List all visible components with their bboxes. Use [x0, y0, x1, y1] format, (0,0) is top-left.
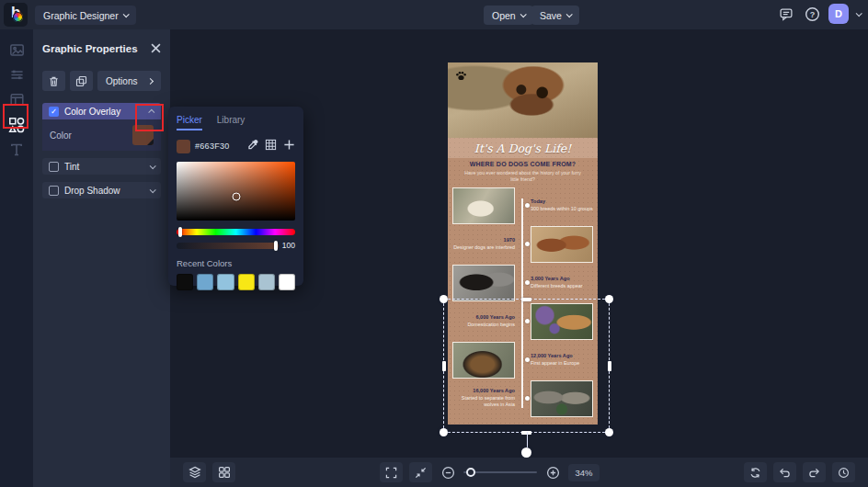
timeline-row[interactable]: 3,000 Years Ago Different breeds appear — [452, 265, 593, 301]
color-overlay-section-header[interactable]: ✓ Color Overlay — [42, 103, 161, 119]
bottom-toolbar: 34% — [170, 458, 868, 487]
fullscreen-icon[interactable] — [380, 462, 403, 482]
app-mode-dropdown[interactable]: Graphic Designer — [35, 6, 136, 25]
refresh-icon[interactable] — [744, 462, 767, 482]
zoom-out-icon[interactable] — [439, 463, 457, 481]
timeline-photo[interactable] — [531, 303, 593, 340]
gradient-cursor[interactable] — [232, 193, 240, 201]
timeline-row[interactable]: 16,000 Years Ago Started to separate fro… — [452, 380, 593, 417]
timeline-dot — [525, 242, 530, 246]
poster-intro-text: Have you ever wondered about the history… — [462, 170, 585, 183]
options-button[interactable]: Options — [97, 71, 161, 91]
resize-handle-top-left[interactable] — [440, 295, 448, 303]
color-overlay-checkbox[interactable]: ✓ — [49, 107, 59, 117]
chevron-down-icon — [122, 11, 129, 17]
timeline-heading: Today — [531, 198, 593, 206]
resize-handle-top-right[interactable] — [605, 295, 613, 303]
save-dropdown[interactable]: Save — [531, 6, 579, 25]
sidebar-item-templates[interactable] — [0, 87, 33, 112]
chevron-down-icon — [520, 11, 526, 17]
timeline-row[interactable]: 6,000 Years Ago Domestication begins — [452, 303, 593, 340]
tint-checkbox[interactable] — [49, 162, 59, 172]
resize-handle-bottom-right[interactable] — [605, 428, 613, 436]
sidebar-item-image-manager[interactable] — [0, 38, 33, 62]
layers-icon[interactable] — [183, 462, 206, 482]
zoom-slider[interactable] — [463, 471, 537, 474]
color-grid-icon[interactable] — [265, 138, 277, 154]
account-chevron-down-icon[interactable] — [856, 10, 862, 17]
hue-slider[interactable] — [177, 229, 295, 235]
timeline-dot — [525, 203, 530, 208]
timeline-heading: 16,000 Years Ago — [452, 388, 515, 395]
timeline-row[interactable]: 1970 Designer dogs are interbred — [452, 226, 593, 263]
color-picker-popup: Picker Library #663F30 100 — [168, 107, 303, 286]
recent-color-swatch[interactable] — [279, 274, 295, 290]
history-icon[interactable] — [832, 462, 855, 482]
redo-icon[interactable] — [803, 462, 826, 482]
timeline-photo[interactable] — [452, 187, 515, 224]
sidebar-item-text[interactable] — [0, 137, 33, 162]
color-label: Color — [50, 130, 72, 141]
add-color-icon[interactable] — [283, 138, 295, 154]
save-label: Save — [540, 10, 562, 21]
chevron-down-icon — [150, 187, 156, 193]
rotation-handle-line — [527, 432, 529, 447]
drop-shadow-section-header[interactable]: Drop Shadow — [42, 182, 161, 198]
zoom-slider-knob[interactable] — [466, 468, 475, 477]
avatar[interactable]: D — [828, 4, 849, 24]
befunky-logo-icon[interactable]: b — [4, 3, 28, 27]
timeline-photo[interactable] — [531, 226, 593, 263]
recent-color-swatch[interactable] — [258, 274, 275, 290]
hero-dog-photo[interactable] — [448, 62, 598, 138]
sidebar-item-graphics[interactable] — [0, 112, 33, 137]
alpha-slider[interactable] — [177, 243, 279, 249]
eyedropper-icon[interactable] — [246, 138, 258, 154]
timeline-dot — [525, 280, 530, 285]
feedback-icon[interactable] — [777, 5, 795, 23]
timeline-row[interactable]: 12,000 Years Ago First appear in Europe — [452, 342, 593, 379]
timeline-photo[interactable] — [452, 265, 515, 301]
timeline-body: Started to separate from wolves in Asia — [452, 395, 515, 409]
zoom-level-badge[interactable]: 34% — [568, 464, 599, 481]
timeline-photo[interactable] — [531, 380, 593, 417]
delete-button[interactable] — [42, 71, 65, 91]
tint-section-header[interactable]: Tint — [42, 158, 161, 175]
recent-color-swatch[interactable] — [238, 274, 255, 290]
duplicate-button[interactable] — [70, 71, 93, 91]
rotation-handle[interactable] — [521, 447, 531, 458]
resize-handle-right[interactable] — [608, 361, 611, 371]
graphic-properties-panel: Graphic Properties Options ✓ Color Overl… — [33, 29, 170, 487]
poster-artboard[interactable]: It's A Dog's Life! WHERE DO DOGS COME FR… — [448, 62, 598, 425]
fit-to-screen-icon[interactable] — [409, 462, 432, 482]
pages-grid-icon[interactable] — [212, 462, 235, 482]
poster-subtitle: WHERE DO DOGS COME FROM? — [448, 161, 598, 167]
resize-handle-left[interactable] — [442, 361, 446, 371]
alpha-slider-handle[interactable] — [274, 241, 278, 251]
left-icon-rail — [0, 29, 33, 487]
drop-shadow-label: Drop Shadow — [64, 186, 120, 196]
sidebar-item-manage-layers[interactable] — [0, 62, 33, 87]
undo-icon[interactable] — [773, 462, 796, 482]
recent-color-swatch[interactable] — [217, 274, 234, 290]
resize-handle-bottom-left[interactable] — [440, 428, 448, 436]
help-icon[interactable]: ? — [803, 5, 821, 23]
resize-handle-bottom[interactable] — [521, 431, 531, 435]
saturation-brightness-area[interactable] — [177, 162, 295, 221]
hue-slider-handle[interactable] — [178, 227, 182, 237]
recent-color-swatch[interactable] — [177, 274, 193, 290]
hex-value-input[interactable]: #663F30 — [195, 142, 230, 151]
drop-shadow-checkbox[interactable] — [49, 186, 59, 196]
timeline-body: Different breeds appear — [531, 283, 593, 289]
top-bar: b Graphic Designer Open Save ? D — [0, 0, 868, 29]
close-icon[interactable] — [151, 40, 161, 57]
recent-color-swatch[interactable] — [197, 274, 213, 290]
timeline-heading: 12,000 Years Ago — [531, 353, 593, 360]
color-overlay-swatch[interactable] — [132, 125, 154, 145]
tab-picker[interactable]: Picker — [177, 115, 202, 130]
tab-library[interactable]: Library — [217, 115, 246, 130]
open-dropdown[interactable]: Open — [484, 6, 533, 25]
zoom-in-icon[interactable] — [543, 463, 562, 481]
chevron-up-icon — [148, 108, 154, 115]
timeline-row[interactable]: Today 300 breeds within 10 groups — [452, 187, 593, 224]
timeline-photo[interactable] — [452, 342, 515, 379]
